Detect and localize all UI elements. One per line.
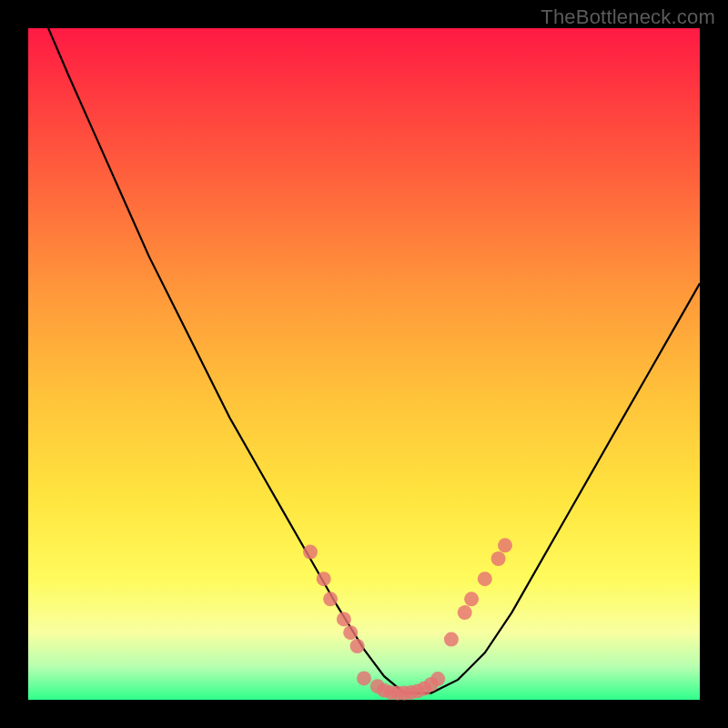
marker-right-cluster xyxy=(464,592,479,606)
data-points xyxy=(303,538,512,700)
marker-left-cluster xyxy=(303,545,318,560)
marker-left-cluster xyxy=(350,639,365,653)
watermark-text: TheBottleneck.com xyxy=(541,5,715,29)
marker-right-cluster xyxy=(478,571,492,586)
marker-left-cluster xyxy=(343,625,358,640)
marker-left-cluster xyxy=(323,592,338,606)
marker-right-cluster xyxy=(491,551,506,566)
bottleneck-curve xyxy=(48,28,700,693)
marker-left-cluster xyxy=(337,612,351,626)
chart-area xyxy=(28,28,700,700)
marker-left-cluster xyxy=(317,571,331,586)
marker-right-cluster xyxy=(498,538,512,552)
marker-right-cluster xyxy=(444,632,459,647)
curve-plot xyxy=(28,28,700,700)
marker-bottom-cluster xyxy=(430,672,445,686)
marker-right-cluster xyxy=(458,605,472,620)
marker-bottom-cluster xyxy=(357,671,371,685)
